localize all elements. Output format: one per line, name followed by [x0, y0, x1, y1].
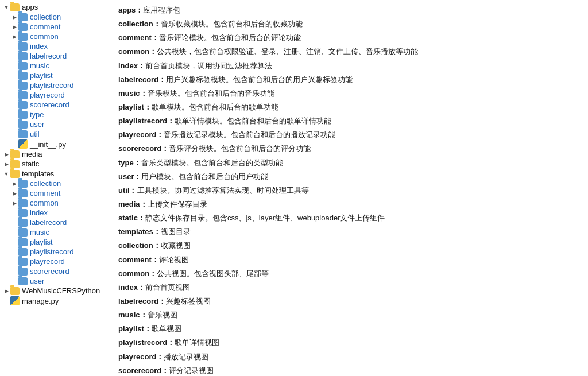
tree-item-comment[interactable]: comment — [0, 22, 109, 32]
folder-icon — [10, 150, 20, 158]
desc-key: music： — [118, 311, 148, 319]
folder-icon — [18, 23, 28, 31]
tree-item-scorerecord[interactable]: scorerecord — [0, 100, 109, 110]
tree-item-labelrecord[interactable]: labelrecord — [0, 51, 109, 61]
tree-item-WebMusicCFRSPython[interactable]: WebMusicCFRSPython — [0, 286, 109, 296]
desc-value: 音乐评论模块。包含前台和后台的评论功能 — [159, 33, 301, 42]
desc-item: playlistrecord：歌单详情视图 — [118, 336, 579, 350]
tree-item-common[interactable]: common — [0, 32, 109, 41]
tree-label: playlistrecord — [30, 81, 74, 90]
tree-arrow[interactable] — [10, 200, 18, 206]
tree-item-index[interactable]: index — [0, 41, 109, 51]
desc-value: 歌单详情模块。包含前台和后台的歌单详情功能 — [175, 117, 331, 125]
tree-arrow[interactable] — [2, 161, 10, 167]
desc-key: index： — [118, 283, 145, 292]
folder-icon — [18, 52, 28, 60]
file-tree[interactable]: appscollectioncommentcommonindexlabelrec… — [0, 0, 109, 376]
tree-item-t-scorerecord[interactable]: scorerecord — [0, 266, 109, 276]
desc-key: comment： — [118, 255, 159, 264]
folder-icon — [18, 228, 28, 237]
tree-arrow[interactable] — [2, 171, 10, 177]
desc-item: collection：收藏视图 — [118, 239, 579, 253]
tree-item-templates[interactable]: templates — [0, 169, 109, 179]
tree-label: comment — [30, 189, 60, 197]
tree-arrow[interactable] — [2, 288, 10, 294]
tree-label: media — [22, 150, 42, 158]
tree-arrow[interactable] — [2, 5, 10, 10]
tree-item-t-common[interactable]: common — [0, 198, 109, 208]
tree-item-t-comment[interactable]: comment — [0, 188, 109, 198]
tree-label: user — [30, 120, 44, 129]
tree-label: index — [30, 208, 48, 217]
desc-key: playlist： — [118, 103, 152, 111]
desc-item: playrecord：播放记录视图 — [118, 350, 579, 364]
tree-arrow[interactable] — [10, 14, 18, 20]
tree-item-playrecord[interactable]: playrecord — [0, 90, 109, 100]
tree-label: music — [30, 228, 49, 237]
tree-label: user — [30, 277, 44, 285]
tree-item-__init__[interactable]: __init__.py — [0, 139, 109, 149]
tree-label: playlistrecord — [30, 247, 74, 256]
tree-label: music — [30, 61, 49, 70]
desc-value: 音乐评分模块。包含前台和后台的评分功能 — [169, 144, 311, 153]
python-icon — [18, 139, 28, 149]
desc-value: 公共视图。包含视图头部、尾部等 — [157, 269, 269, 278]
tree-item-collection[interactable]: collection — [0, 12, 109, 22]
tree-arrow[interactable] — [2, 152, 10, 157]
tree-label: scorerecord — [30, 267, 69, 276]
desc-value: 评论视图 — [159, 255, 189, 264]
tree-item-user[interactable]: user — [0, 119, 109, 129]
tree-item-static[interactable]: static — [0, 159, 109, 169]
desc-item: playlist：歌单视图 — [118, 322, 579, 336]
tree-arrow[interactable] — [10, 34, 18, 40]
desc-key: index： — [118, 61, 145, 70]
tree-arrow[interactable] — [10, 181, 18, 187]
desc-value: 歌单模块。包含前台和后台的歌单功能 — [152, 103, 278, 111]
tree-item-t-index[interactable]: index — [0, 208, 109, 218]
tree-label: collection — [30, 179, 61, 188]
tree-item-apps[interactable]: apps — [0, 2, 109, 12]
tree-label: type — [30, 110, 44, 119]
folder-icon — [18, 258, 28, 266]
desc-item: media：上传文件保存目录 — [118, 197, 579, 211]
tree-item-playlist[interactable]: playlist — [0, 71, 109, 80]
desc-item: type：音乐类型模块。包含前台和后台的类型功能 — [118, 156, 579, 170]
tree-item-playlistrecord[interactable]: playlistrecord — [0, 80, 109, 90]
tree-item-t-user[interactable]: user — [0, 276, 109, 286]
tree-label: templates — [22, 169, 54, 178]
desc-key: type： — [118, 158, 141, 167]
tree-item-t-playlistrecord[interactable]: playlistrecord — [0, 247, 109, 257]
tree-item-t-labelrecord[interactable]: labelrecord — [0, 218, 109, 227]
desc-item: user：用户模块。包含前台和后台的用户功能 — [118, 170, 579, 184]
folder-icon — [18, 209, 28, 217]
tree-item-t-music[interactable]: music — [0, 227, 109, 237]
tree-item-media[interactable]: media — [0, 149, 109, 159]
desc-item: comment：音乐评论模块。包含前台和后台的评论功能 — [118, 31, 579, 45]
desc-key: playrecord： — [118, 130, 164, 139]
tree-item-t-playlist[interactable]: playlist — [0, 237, 109, 247]
desc-key: common： — [118, 269, 157, 278]
tree-item-t-collection[interactable]: collection — [0, 179, 109, 188]
tree-label: labelrecord — [30, 52, 67, 60]
desc-key: scorerecord： — [118, 366, 169, 375]
folder-icon — [18, 219, 28, 227]
folder-icon — [18, 42, 28, 51]
desc-value: 兴趣标签视图 — [166, 297, 211, 305]
tree-item-t-playrecord[interactable]: playrecord — [0, 257, 109, 266]
desc-item: static：静态文件保存目录。包含css、js、layer组件、webuplo… — [118, 211, 579, 225]
desc-item: music：音乐模块。包含前台和后台的音乐功能 — [118, 87, 579, 100]
tree-item-manage[interactable]: manage.py — [0, 296, 109, 306]
desc-value: 音乐模块。包含前台和后台的音乐功能 — [148, 89, 274, 98]
tree-arrow[interactable] — [10, 191, 18, 196]
tree-item-type[interactable]: type — [0, 110, 109, 119]
desc-key: util： — [118, 186, 137, 195]
tree-item-util[interactable]: util — [0, 129, 109, 139]
tree-item-music[interactable]: music — [0, 61, 109, 71]
desc-item: util：工具模块。协同过滤推荐算法实现、时间处理工具等 — [118, 184, 579, 197]
desc-value: 上传文件保存目录 — [148, 200, 207, 208]
tree-arrow[interactable] — [10, 24, 18, 30]
desc-item: index：前台首页视图 — [118, 281, 579, 294]
desc-value: 用户兴趣标签模块。包含前台和后台的用户兴趣标签功能 — [166, 75, 353, 84]
folder-icon — [18, 121, 28, 129]
desc-key: music： — [118, 89, 148, 98]
